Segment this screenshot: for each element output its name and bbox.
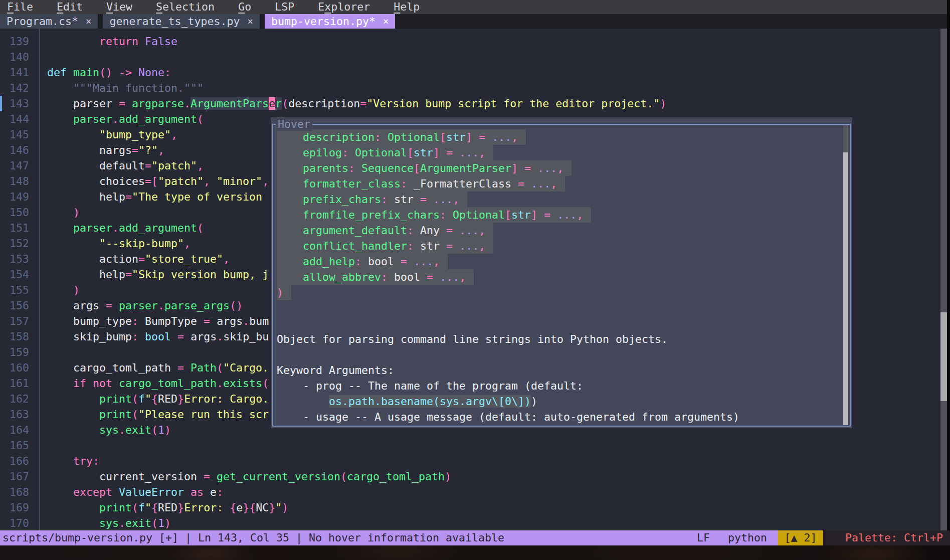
hover-row: allow_abbrev: bool = ...,	[277, 269, 474, 285]
code-line[interactable]: 142 """Main function."""	[0, 80, 947, 96]
status-eol: LF	[697, 530, 710, 545]
code-line[interactable]: 170 sys.exit(1)	[0, 515, 947, 530]
code-line[interactable]: 143 parser = argparse.ArgumentParser(des…	[0, 96, 947, 111]
line-number: 141	[0, 65, 29, 80]
line-number: 142	[0, 80, 29, 96]
tab-generate-ts-types-py[interactable]: generate_ts_types.py×	[103, 14, 259, 29]
hover-popup-title: Hover	[276, 117, 312, 131]
tab-close-icon[interactable]: ×	[247, 14, 253, 29]
line-number: 166	[0, 453, 29, 469]
hover-row: argument_default: Any = ...,	[277, 223, 493, 238]
warning-count-badge[interactable]: [▲ 2]	[778, 530, 823, 545]
line-number: 162	[0, 391, 29, 407]
hover-scrollbar[interactable]	[843, 125, 848, 425]
hover-row: )	[277, 285, 291, 300]
tab-program-cs-[interactable]: Program.cs*×	[0, 14, 98, 29]
hover-row: Object for parsing command line strings …	[277, 331, 668, 347]
menu-item-view[interactable]: View	[106, 0, 132, 14]
code-line[interactable]: 140	[0, 49, 947, 65]
hover-row: fromfile_prefix_chars: Optional[str] = .…	[277, 207, 591, 223]
menu-item-file[interactable]: File	[7, 0, 33, 14]
line-number: 146	[0, 142, 29, 158]
code-text: current_version = get_current_version(ca…	[47, 469, 451, 484]
line-number: 139	[0, 34, 29, 49]
code-line[interactable]: 166 try:	[0, 453, 947, 469]
line-number: 165	[0, 438, 29, 453]
code-line[interactable]: 169 print(f"{RED}Error: {e}{NC}")	[0, 500, 947, 515]
code-line[interactable]: 139 return False	[0, 34, 947, 49]
line-number: 164	[0, 422, 29, 438]
tab-label: Program.cs*	[7, 14, 78, 29]
menu-item-edit[interactable]: Edit	[57, 0, 83, 14]
code-text: parser.add_argument(	[47, 111, 204, 127]
code-text: print(f"{RED}Error: {e}{NC}")	[47, 500, 288, 515]
code-text: cargo_toml_path = Path("Cargo.	[47, 360, 269, 376]
line-number: 147	[0, 158, 29, 173]
menu-item-help[interactable]: Help	[394, 0, 420, 14]
status-file-info: scripts/bump-version.py [+] | Ln 143, Co…	[3, 530, 504, 545]
hover-row: epilog: Optional[str] = ...,	[277, 145, 493, 160]
hover-scrollbar-thumb[interactable]	[843, 125, 848, 152]
window-right-edge	[947, 0, 950, 560]
code-text: if not cargo_toml_path.exists(	[47, 376, 269, 391]
line-number: 159	[0, 344, 29, 360]
line-number: 153	[0, 251, 29, 267]
line-number: 167	[0, 469, 29, 484]
line-number: 156	[0, 298, 29, 313]
hover-row: formatter_class: _FormatterClass = ...,	[277, 176, 565, 192]
code-text: print(f"{RED}Error: Cargo.	[47, 391, 269, 407]
code-text: )	[47, 205, 80, 220]
code-text: try:	[47, 453, 99, 469]
code-text: parser = argparse.ArgumentParser(descrip…	[47, 96, 666, 111]
hover-row: parents: Sequence[ArgumentParser] = ...,	[277, 160, 572, 176]
code-text: help="Skip version bump, j	[47, 267, 269, 282]
code-text: default="patch",	[47, 158, 204, 173]
code-text: nargs="?",	[47, 142, 164, 158]
line-number: 154	[0, 267, 29, 282]
code-text: bump_type: BumpType = args.bum	[47, 313, 269, 329]
status-language: python	[728, 530, 767, 545]
hover-row: description: Optional[str] = ...,	[277, 129, 526, 145]
code-text: sys.exit(1)	[47, 515, 171, 530]
line-number: 145	[0, 127, 29, 142]
code-text: args = parser.parse_args()	[47, 298, 243, 313]
tab-close-icon[interactable]: ×	[383, 14, 389, 29]
menu-item-selection[interactable]: Selection	[156, 0, 215, 14]
tab-close-icon[interactable]: ×	[86, 14, 91, 29]
code-text: help="The type of version	[47, 189, 262, 205]
code-text: parser.add_argument(	[47, 220, 204, 236]
code-text: "bump_type",	[47, 127, 177, 142]
code-line[interactable]: 165	[0, 438, 947, 453]
hover-row: - usage -- A usage message (default: aut…	[277, 409, 739, 425]
line-number: 148	[0, 173, 29, 189]
menu-item-go[interactable]: Go	[238, 0, 251, 14]
hover-row: add_help: bool = ...,	[277, 254, 448, 269]
hover-row: Keyword Arguments:	[277, 362, 394, 378]
hover-popup: Hover description: Optional[str] = ..., …	[271, 117, 852, 428]
code-text: skip_bump: bool = args.skip_bu	[47, 329, 269, 344]
hover-row: prefix_chars: str = ...,	[277, 192, 467, 207]
code-line[interactable]: 168 except ValueError as e:	[0, 484, 947, 500]
line-number: 149	[0, 189, 29, 205]
code-text: "--skip-bump",	[47, 236, 191, 251]
line-number: 150	[0, 205, 29, 220]
code-text: except ValueError as e:	[47, 484, 223, 500]
editor-scrollbar[interactable]	[940, 29, 947, 530]
palette-shortcut-hint: Palette: Ctrl+P	[823, 530, 950, 545]
menu-bar: FileEditViewSelectionGoLSPExplorerHelp	[0, 0, 947, 14]
line-number: 169	[0, 500, 29, 515]
code-line[interactable]: 167 current_version = get_current_versio…	[0, 469, 947, 484]
line-number: 160	[0, 360, 29, 376]
line-number: 163	[0, 407, 29, 422]
menu-item-lsp[interactable]: LSP	[275, 0, 294, 14]
code-line[interactable]: 141def main() -> None:	[0, 65, 947, 80]
tab-bump-version-py-[interactable]: bump-version.py*×	[265, 14, 395, 29]
hover-row: - prog -- The name of the program (defau…	[277, 378, 583, 394]
code-text: choices=["patch", "minor",	[47, 173, 269, 189]
tab-label: bump-version.py*	[271, 14, 375, 29]
menu-item-explorer[interactable]: Explorer	[318, 0, 370, 14]
line-number: 170	[0, 515, 29, 530]
hover-row: conflict_handler: str = ...,	[277, 238, 493, 254]
editor-scrollbar-thumb[interactable]	[940, 312, 947, 401]
line-number: 161	[0, 376, 29, 391]
